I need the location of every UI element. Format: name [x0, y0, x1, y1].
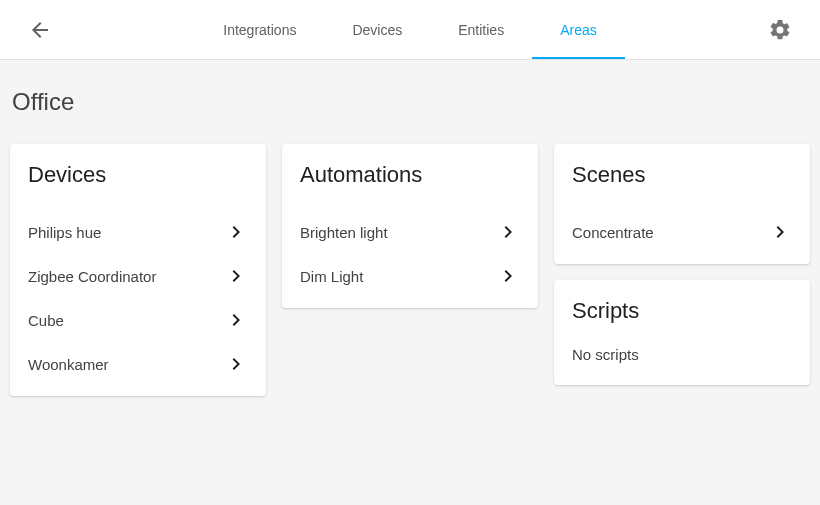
list-item[interactable]: Concentrate — [572, 210, 792, 254]
list-item[interactable]: Philips hue — [28, 210, 248, 254]
settings-button[interactable] — [760, 10, 800, 50]
list-item-label: Brighten light — [300, 224, 388, 241]
tab-bar: Integrations Devices Entities Areas — [0, 0, 820, 59]
chevron-right-icon — [224, 220, 248, 244]
chevron-right-icon — [224, 352, 248, 376]
scenes-card: Scenes Concentrate — [554, 144, 810, 264]
scripts-card-title: Scripts — [572, 298, 792, 324]
gear-icon — [768, 18, 792, 42]
list-item[interactable]: Brighten light — [300, 210, 520, 254]
devices-card-title: Devices — [28, 162, 248, 188]
list-item[interactable]: Dim Light — [300, 254, 520, 298]
scripts-empty-text: No scripts — [572, 346, 792, 375]
automations-card: Automations Brighten light Dim Light — [282, 144, 538, 308]
tab-integrations[interactable]: Integrations — [195, 0, 324, 59]
list-item[interactable]: Woonkamer — [28, 342, 248, 386]
list-item[interactable]: Zigbee Coordinator — [28, 254, 248, 298]
page-title: Office — [10, 60, 810, 144]
list-item[interactable]: Cube — [28, 298, 248, 342]
chevron-right-icon — [224, 264, 248, 288]
list-item-label: Cube — [28, 312, 64, 329]
list-item-label: Concentrate — [572, 224, 654, 241]
list-item-label: Philips hue — [28, 224, 101, 241]
tab-areas[interactable]: Areas — [532, 0, 625, 59]
tab-devices[interactable]: Devices — [324, 0, 430, 59]
scenes-card-title: Scenes — [572, 162, 792, 188]
back-button[interactable] — [20, 10, 60, 50]
chevron-right-icon — [496, 220, 520, 244]
arrow-left-icon — [28, 18, 52, 42]
chevron-right-icon — [224, 308, 248, 332]
list-item-label: Woonkamer — [28, 356, 109, 373]
tab-entities[interactable]: Entities — [430, 0, 532, 59]
chevron-right-icon — [496, 264, 520, 288]
cards-row: Devices Philips hue Zigbee Coordinator C… — [10, 144, 810, 396]
scripts-card: Scripts No scripts — [554, 280, 810, 385]
automations-card-title: Automations — [300, 162, 520, 188]
list-item-label: Zigbee Coordinator — [28, 268, 156, 285]
devices-card: Devices Philips hue Zigbee Coordinator C… — [10, 144, 266, 396]
content-area: Office Devices Philips hue Zigbee Coordi… — [0, 60, 820, 505]
chevron-right-icon — [768, 220, 792, 244]
list-item-label: Dim Light — [300, 268, 363, 285]
app-header: Integrations Devices Entities Areas — [0, 0, 820, 60]
